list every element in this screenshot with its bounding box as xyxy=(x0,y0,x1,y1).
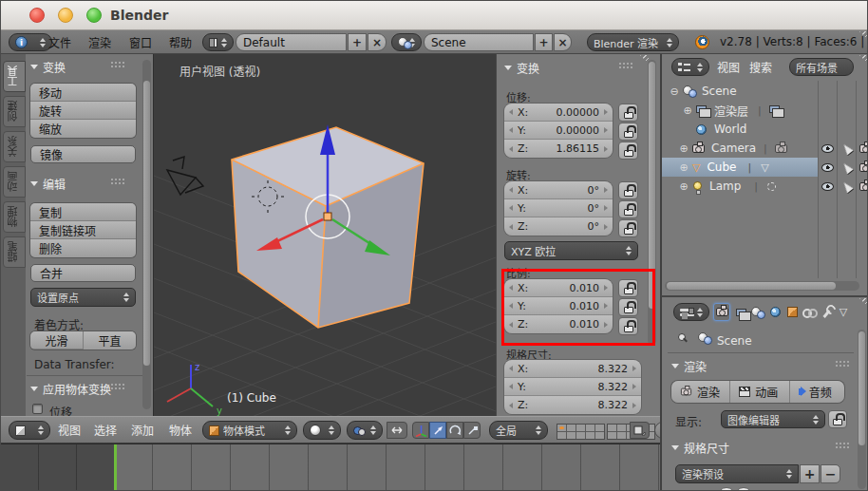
join-button[interactable]: 合并 xyxy=(30,264,136,282)
area-corner-grip[interactable] xyxy=(856,55,868,67)
menu-select[interactable]: 选择 xyxy=(94,417,117,443)
location-y-field[interactable]: Y:0.00000 xyxy=(504,122,613,140)
tab-create[interactable]: 创建 xyxy=(3,96,26,127)
scale-x-field[interactable]: X:0.010 xyxy=(504,279,613,297)
camera-render-toggle[interactable] xyxy=(856,139,868,158)
scale-button[interactable]: 缩放 xyxy=(30,120,136,138)
shade-flat-button[interactable]: 平直 xyxy=(84,331,136,349)
panel-header-transform-values[interactable]: 变换 xyxy=(504,60,539,76)
outliner-filter-dropdown[interactable]: 所有场景 xyxy=(789,58,854,76)
scrollbar-thumb[interactable] xyxy=(649,62,655,309)
tab-object[interactable] xyxy=(783,303,801,321)
lamp-selectability-toggle[interactable] xyxy=(838,177,857,196)
outliner-row-scene[interactable]: ⊖ Scene xyxy=(662,82,868,101)
tab-modifiers[interactable] xyxy=(818,303,835,321)
area-corner-grip[interactable] xyxy=(856,298,868,311)
window-close-button[interactable] xyxy=(29,8,45,23)
render-engine-selector[interactable]: Blender 渲染 xyxy=(587,33,679,51)
set-origin-dropdown[interactable]: 设置原点 xyxy=(30,288,136,307)
collapse-icon[interactable]: ⊖ xyxy=(668,85,681,98)
cube-visibility-toggle[interactable] xyxy=(818,158,837,177)
expand-icon[interactable]: ⊕ xyxy=(681,104,694,117)
rotation-mode-dropdown[interactable]: XYZ 欧拉 xyxy=(504,241,638,260)
tab-relations[interactable]: 关系 xyxy=(3,131,26,162)
editor-type-selector-info[interactable] xyxy=(9,33,52,51)
panel-header-edit[interactable]: 编辑 xyxy=(30,176,66,192)
scale-z-field[interactable]: Z:0.010 xyxy=(504,315,613,333)
shade-smooth-button[interactable]: 光滑 xyxy=(30,331,84,349)
expand-icon[interactable]: ⊕ xyxy=(677,142,690,155)
scene-selector[interactable] xyxy=(391,33,422,51)
tab-constraints[interactable] xyxy=(801,303,818,321)
outliner-menu-view[interactable]: 视图 xyxy=(717,54,740,79)
scene-add-button[interactable]: + xyxy=(535,33,553,51)
tab-tools[interactable]: 工具 xyxy=(3,61,26,92)
scale-y-field[interactable]: Y:0.010 xyxy=(504,297,613,315)
translate-button[interactable]: 移动 xyxy=(30,84,136,102)
window-maximize-button[interactable] xyxy=(86,8,102,23)
panel-drag-grip[interactable] xyxy=(111,179,125,184)
cube-render-toggle[interactable] xyxy=(856,158,868,177)
scene-name-field[interactable]: Scene xyxy=(424,33,534,51)
manipulator-toggle-button[interactable] xyxy=(412,422,429,439)
camera-selectability-toggle[interactable] xyxy=(838,139,857,158)
duplicate-linked-button[interactable]: 复制链接项 xyxy=(30,221,136,239)
tab-render[interactable] xyxy=(713,303,730,321)
resolution-slider-partial[interactable] xyxy=(734,487,753,491)
camera-object-icon[interactable] xyxy=(167,157,203,195)
outliner-row-render-layers[interactable]: ⊕ 渲染层 | xyxy=(662,101,868,120)
render-presets-dropdown[interactable]: 渲染预设 xyxy=(675,464,799,483)
tab-animation[interactable]: 动画 xyxy=(3,166,26,198)
location-x-field[interactable]: X:0.00000 xyxy=(504,104,613,122)
layout-add-button[interactable]: + xyxy=(348,33,367,51)
expand-icon[interactable]: ⊕ xyxy=(677,161,690,174)
current-frame-marker[interactable] xyxy=(114,444,117,491)
rotation-z-lock-button[interactable] xyxy=(618,219,638,237)
scene-delete-button[interactable]: × xyxy=(554,33,572,51)
properties-scrollbar[interactable] xyxy=(858,330,866,489)
panel-header-transform[interactable]: 变换 xyxy=(30,59,66,75)
scale-manipulator-button[interactable] xyxy=(463,422,481,439)
outliner-horizontal-scrollbar[interactable] xyxy=(665,281,859,291)
tab-physics[interactable]: 物理 xyxy=(3,201,26,233)
viewport-3d[interactable]: z y 用户视图 (透视) (1) Cube xyxy=(154,54,496,416)
location-y-lock-button[interactable] xyxy=(618,123,638,141)
outliner-row-world[interactable]: World xyxy=(662,120,868,139)
outliner-row-cube[interactable]: ⊕ ▽ Cube | ▽ xyxy=(662,158,818,177)
panel-drag-grip[interactable] xyxy=(836,361,850,367)
rotation-z-field[interactable]: Z:0° xyxy=(504,217,613,236)
rotation-x-field[interactable]: X:0° xyxy=(504,181,613,199)
display-mode-dropdown[interactable]: 图像编辑器 xyxy=(721,410,825,428)
tool-shelf-scrollbar[interactable] xyxy=(142,60,151,409)
lamp-visibility-toggle[interactable] xyxy=(818,177,837,196)
dimension-z-field[interactable]: Z:8.322 xyxy=(504,396,641,414)
menu-file[interactable]: 文件 xyxy=(48,30,71,53)
render-animation-button[interactable]: 动画 xyxy=(730,381,789,403)
camera-visibility-toggle[interactable] xyxy=(818,139,837,158)
expand-icon[interactable]: ⊕ xyxy=(677,180,690,193)
apply-location-checkbox[interactable] xyxy=(32,404,43,414)
cube-selectability-toggle[interactable] xyxy=(838,158,857,177)
mirror-button[interactable]: 镜像 xyxy=(30,145,136,163)
menu-object[interactable]: 物体 xyxy=(169,417,192,443)
duplicate-button[interactable]: 复制 xyxy=(30,203,136,221)
panel-header-render[interactable]: 渲染 xyxy=(671,358,707,374)
scene-lock-button[interactable] xyxy=(630,422,650,439)
scrollbar-thumb[interactable] xyxy=(859,331,865,445)
location-x-lock-button[interactable] xyxy=(618,104,638,122)
layer-1-active[interactable] xyxy=(557,425,566,431)
render-audio-button[interactable]: 音频 xyxy=(790,381,844,403)
rotate-button[interactable]: 旋转 xyxy=(30,102,136,120)
scrollbar-thumb[interactable] xyxy=(143,81,150,366)
outliner-menu-search[interactable]: 搜索 xyxy=(749,54,772,79)
layers-grid-1[interactable] xyxy=(557,424,605,440)
menu-window[interactable]: 窗口 xyxy=(129,30,152,53)
preset-add-button[interactable]: + xyxy=(800,464,820,483)
render-still-button[interactable]: 渲染 xyxy=(671,381,730,403)
scrollbar-thumb[interactable] xyxy=(667,282,836,290)
scale-y-lock-button[interactable] xyxy=(618,298,638,316)
location-z-field[interactable]: Z:1.86115 xyxy=(504,140,613,158)
preset-remove-button[interactable]: − xyxy=(821,464,840,483)
viewport-shading-dropdown[interactable] xyxy=(303,421,341,440)
tab-object-data[interactable]: ▽ xyxy=(835,303,852,321)
